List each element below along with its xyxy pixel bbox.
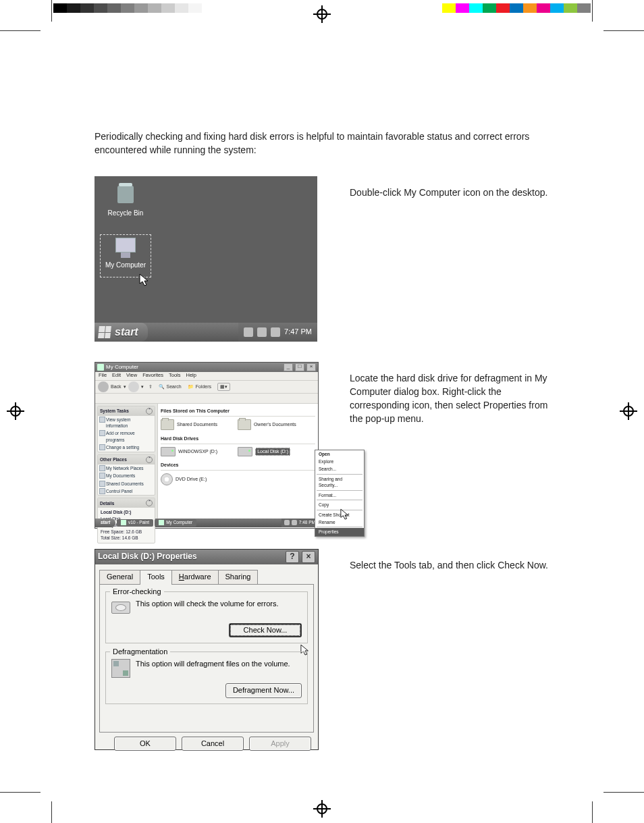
taskbar-tab[interactable]: v10 - Paint xyxy=(117,519,153,527)
window-title: My Computer xyxy=(106,363,281,371)
maximize-button[interactable]: □ xyxy=(295,363,304,371)
titlebar: Local Disk (D:) Properties ? × xyxy=(95,550,318,564)
menu-item-format[interactable]: Format... xyxy=(315,492,364,499)
cd-icon xyxy=(161,473,173,485)
tray-icon[interactable] xyxy=(244,327,253,337)
menu-help[interactable]: Help xyxy=(186,372,196,379)
dialog-title: Local Disk (D:) Properties xyxy=(98,551,283,562)
taskbar: start v10 - Paint My Computer 7:48 PM xyxy=(95,519,318,527)
system-tasks-panel: System Tasks˄ View system information Ad… xyxy=(97,406,155,452)
tab-general[interactable]: General xyxy=(99,570,140,584)
check-now-button[interactable]: Check Now... xyxy=(229,623,302,638)
step-row-3: Local Disk (D:) Properties ? × General T… xyxy=(95,549,556,750)
chevron-icon[interactable]: ˄ xyxy=(146,456,153,463)
apply-button[interactable]: Apply xyxy=(249,737,311,751)
my-computer-icon[interactable]: My Computer xyxy=(99,238,153,271)
sidebar-item[interactable]: Control Panel xyxy=(98,487,155,495)
ok-button[interactable]: OK xyxy=(114,737,176,751)
error-check-desc: This option will check the volume for er… xyxy=(136,599,279,610)
menu-view[interactable]: View xyxy=(126,372,137,379)
recycle-bin-icon[interactable]: Recycle Bin xyxy=(99,186,153,219)
crop-rule xyxy=(592,801,593,823)
tab-hardware[interactable]: Hardware xyxy=(171,570,219,584)
toolbar: Back ▾ ▾ ⇧ 🔍 Search 📁 Folders ▦▾ xyxy=(95,381,318,394)
tray-icon[interactable] xyxy=(257,327,267,337)
registration-mark-left xyxy=(9,405,22,417)
step2-text: Locate the hard disk drive for defragmen… xyxy=(350,371,556,426)
sidebar-item[interactable]: Add or remove programs xyxy=(98,429,155,444)
menu-item-shortcut[interactable]: Create Shortcut xyxy=(315,511,364,519)
sidebar-item[interactable]: My Documents xyxy=(98,472,155,479)
menu-file[interactable]: File xyxy=(99,372,107,379)
screenshot-desktop: Recycle Bin My Computer start xyxy=(95,176,317,342)
group-error-checking: Error-checking This option will check th… xyxy=(105,591,308,644)
sidebar-item[interactable]: Shared Documents xyxy=(98,480,155,487)
menu-item-search[interactable]: Search... xyxy=(315,465,364,473)
menu-item-open[interactable]: Open xyxy=(315,450,364,458)
defragment-now-button[interactable]: Defragment Now... xyxy=(225,683,302,698)
disk-check-icon xyxy=(111,599,130,618)
step3-text: Select the Tools tab, and then click Che… xyxy=(350,558,556,572)
taskbar-clock: 7:47 PM xyxy=(284,327,312,338)
menu-favorites[interactable]: Favorites xyxy=(142,372,163,379)
crop-rule xyxy=(603,30,644,31)
start-label: start xyxy=(115,324,138,340)
windows-flag-icon xyxy=(98,326,111,338)
tab-strip: General Tools Hardware Sharing xyxy=(99,570,314,584)
group-defragmentation: Defragmentation This option will defragm… xyxy=(105,652,308,704)
sidebar-item[interactable]: View system information xyxy=(98,416,155,430)
menu-item-properties[interactable]: Properties xyxy=(315,528,364,535)
details-free: Free Space: 12.6 GB xyxy=(101,529,152,535)
crop-rule xyxy=(592,0,593,22)
address-bar[interactable] xyxy=(95,394,318,404)
recycle-bin-label: Recycle Bin xyxy=(99,209,153,219)
defrag-icon xyxy=(111,659,130,678)
details-total: Total Size: 14.6 GB xyxy=(101,535,152,541)
defrag-desc: This option will defragment files on the… xyxy=(136,659,290,670)
chevron-icon[interactable]: ˄ xyxy=(146,408,153,415)
close-button[interactable]: × xyxy=(306,363,316,371)
tray-icon[interactable] xyxy=(271,327,280,337)
group-label: Error-checking xyxy=(110,587,164,598)
cancel-button[interactable]: Cancel xyxy=(182,737,244,751)
back-button[interactable] xyxy=(98,381,109,392)
menu-item-copy[interactable]: Copy xyxy=(315,501,364,508)
color-bar-left xyxy=(53,3,215,13)
minimize-button[interactable]: _ xyxy=(284,363,293,371)
menu-item-rename[interactable]: Rename xyxy=(315,519,364,526)
dvd-drive-item[interactable]: DVD Drive (E:) xyxy=(161,473,207,485)
sidebar-item[interactable]: Change a setting xyxy=(98,444,155,451)
folder-item[interactable]: Owner's Documents xyxy=(238,419,296,430)
chevron-icon[interactable]: ˄ xyxy=(146,500,153,506)
taskbar-tab[interactable]: My Computer xyxy=(155,519,196,527)
menu-item-sharing[interactable]: Sharing and Security... xyxy=(315,475,364,489)
folders-label[interactable]: Folders xyxy=(196,383,211,390)
search-label[interactable]: Search xyxy=(167,383,182,390)
page-content: Periodically checking and fixing hard di… xyxy=(95,120,556,770)
other-places-panel: Other Places˄ My Network Places My Docum… xyxy=(97,454,155,496)
tab-sharing[interactable]: Sharing xyxy=(218,570,259,584)
my-computer-label: My Computer xyxy=(99,261,153,271)
forward-button[interactable] xyxy=(128,381,139,392)
menu-tools[interactable]: Tools xyxy=(169,372,181,379)
step1-text: Double-click My Computer icon on the des… xyxy=(350,186,556,199)
folder-icon xyxy=(238,419,251,430)
group-label: Defragmentation xyxy=(110,647,170,658)
tab-tools[interactable]: Tools xyxy=(140,570,172,584)
context-menu: Open Explore Search... Sharing and Secur… xyxy=(315,450,365,537)
window-icon xyxy=(97,364,104,371)
menu-item-explore[interactable]: Explore xyxy=(315,458,364,465)
close-button[interactable]: × xyxy=(302,551,315,563)
dialog-buttons: OK Cancel Apply xyxy=(95,737,318,757)
help-button[interactable]: ? xyxy=(286,551,299,563)
folder-item[interactable]: Shared Documents xyxy=(161,419,217,430)
start-button[interactable]: start xyxy=(95,323,148,342)
crop-rule xyxy=(603,792,644,793)
start-button[interactable]: start xyxy=(95,519,115,527)
sidebar-item[interactable]: My Network Places xyxy=(98,464,155,472)
menu-edit[interactable]: Edit xyxy=(112,372,121,379)
drive-icon xyxy=(238,447,252,456)
registration-mark-bottom xyxy=(316,803,328,815)
drive-item[interactable]: WINDOWSXP (D:) xyxy=(161,447,217,456)
drive-item-selected[interactable]: Local Disk (D:) xyxy=(238,447,290,456)
